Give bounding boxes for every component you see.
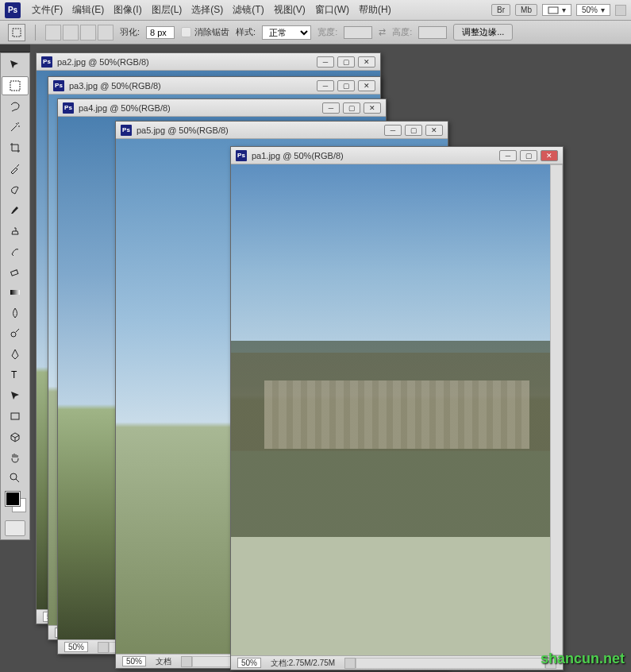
launch-bridge-button[interactable]: Br (491, 4, 510, 16)
crop-tool[interactable] (2, 138, 29, 157)
pen-tool[interactable] (2, 345, 29, 364)
close-button[interactable]: ✕ (358, 80, 375, 91)
expand-panels-button[interactable] (615, 5, 626, 16)
height-input (418, 26, 447, 39)
intersect-selection-button[interactable] (98, 25, 114, 41)
clone-stamp-tool[interactable] (2, 221, 29, 240)
menu-window[interactable]: 窗口(W) (310, 3, 354, 17)
width-input (344, 26, 372, 39)
svg-point-8 (10, 473, 17, 480)
menu-layer[interactable]: 图层(L) (147, 3, 187, 17)
canvas-zoom-field[interactable]: 50% (237, 658, 261, 668)
document-title-bar[interactable]: Ps pa4.jpg @ 50%(RGB/8) ─ ▢ ✕ (58, 99, 386, 117)
document-title: pa2.jpg @ 50%(RGB/8) (57, 57, 149, 67)
swap-wh-icon: ⇄ (379, 27, 386, 37)
close-button[interactable]: ✕ (541, 150, 558, 161)
menu-view[interactable]: 视图(V) (269, 3, 310, 17)
refine-edge-button[interactable]: 调整边缘... (453, 24, 513, 41)
minimize-button[interactable]: ─ (384, 125, 402, 136)
document-title-bar[interactable]: Ps pa2.jpg @ 50%(RGB/8) ─ ▢ ✕ (37, 53, 380, 71)
minimize-button[interactable]: ─ (499, 150, 517, 161)
menu-file[interactable]: 文件(F) (27, 3, 67, 17)
minimize-button[interactable]: ─ (322, 102, 340, 114)
blur-tool[interactable] (2, 303, 29, 322)
antialias-label: 消除锯齿 (194, 26, 229, 38)
zoom-level-dropdown[interactable]: 50%▾ (576, 4, 610, 16)
eraser-tool[interactable] (2, 262, 29, 281)
3d-tool[interactable] (2, 427, 29, 446)
height-label: 高度: (392, 26, 412, 38)
tool-preset-button[interactable] (8, 24, 25, 41)
document-title: pa3.jpg @ 50%(RGB/8) (69, 81, 161, 91)
maximize-button[interactable]: ▢ (337, 56, 355, 68)
v-scrollbar[interactable] (550, 164, 563, 655)
history-brush-tool[interactable] (2, 241, 29, 261)
scroll-left-button[interactable] (181, 656, 192, 667)
magic-wand-tool[interactable] (2, 118, 29, 137)
scroll-left-button[interactable] (98, 642, 109, 653)
rectangle-tool[interactable] (2, 407, 29, 426)
minimize-button[interactable]: ─ (317, 80, 334, 91)
foreground-color-swatch[interactable] (6, 492, 20, 506)
color-swatches[interactable] (4, 492, 26, 516)
menu-bar: Ps 文件(F) 编辑(E) 图像(I) 图层(L) 选择(S) 滤镜(T) 视… (0, 0, 631, 21)
scroll-left-button[interactable] (344, 658, 356, 669)
screen-mode-dropdown[interactable]: ▾ (542, 4, 571, 16)
brush-tool[interactable] (2, 200, 29, 219)
dodge-tool[interactable] (2, 324, 29, 343)
ps-icon: Ps (121, 125, 132, 136)
menu-edit[interactable]: 编辑(E) (67, 3, 109, 17)
healing-brush-tool[interactable] (2, 180, 29, 199)
document-title-bar[interactable]: Ps pa3.jpg @ 50%(RGB/8) ─ ▢ ✕ (48, 77, 380, 95)
eyedropper-tool[interactable] (2, 159, 29, 178)
close-button[interactable]: ✕ (364, 102, 381, 114)
document-canvas[interactable] (231, 164, 563, 655)
minimize-button[interactable]: ─ (317, 56, 334, 68)
svg-rect-7 (11, 413, 19, 419)
document-title-bar[interactable]: Ps pa5.jpg @ 50%(RGB/8) ─ ▢ ✕ (116, 122, 448, 139)
antialias-checkbox[interactable]: 消除锯齿 (181, 26, 229, 38)
document-title: pa5.jpg @ 50%(RGB/8) (137, 126, 229, 135)
marquee-tool[interactable] (2, 76, 29, 95)
svg-text:T: T (11, 369, 17, 380)
subtract-selection-button[interactable] (80, 25, 96, 41)
quick-mask-button[interactable] (5, 520, 25, 536)
h-scrollbar[interactable] (356, 658, 545, 669)
menu-select[interactable]: 选择(S) (187, 3, 228, 17)
ps-icon: Ps (63, 102, 74, 114)
close-button[interactable]: ✕ (425, 125, 443, 136)
svg-rect-0 (548, 7, 558, 14)
zoom-tool[interactable] (2, 469, 29, 488)
path-select-tool[interactable] (2, 386, 29, 405)
document-info: 文档 (156, 656, 171, 667)
menu-image[interactable]: 图像(I) (109, 3, 146, 17)
maximize-button[interactable]: ▢ (405, 125, 422, 136)
document-title: pa4.jpg @ 50%(RGB/8) (79, 103, 171, 113)
add-to-selection-button[interactable] (63, 25, 79, 41)
lasso-tool[interactable] (2, 97, 29, 116)
menu-help[interactable]: 帮助(H) (354, 3, 396, 17)
document-info: 文档:2.75M/2.75M (271, 658, 335, 669)
style-select[interactable]: 正常 (262, 25, 311, 40)
toolbar-grip[interactable] (0, 44, 30, 52)
app-logo: Ps (5, 2, 21, 18)
screen-mode-icon (548, 6, 559, 14)
document-title: pa1.jpg @ 50%(RGB/8) (252, 151, 344, 160)
hand-tool[interactable] (2, 448, 29, 467)
move-tool[interactable] (2, 56, 29, 75)
launch-minibridge-button[interactable]: Mb (515, 4, 537, 16)
maximize-button[interactable]: ▢ (337, 80, 355, 91)
type-tool[interactable]: T (2, 365, 29, 384)
canvas-zoom-field[interactable]: 50% (122, 656, 146, 666)
menu-filter[interactable]: 滤镜(T) (228, 3, 268, 17)
feather-input[interactable] (146, 26, 175, 39)
new-selection-button[interactable] (45, 25, 61, 41)
canvas-zoom-field[interactable]: 50% (64, 642, 88, 652)
document-title-bar[interactable]: Ps pa1.jpg @ 50%(RGB/8) ─ ▢ ✕ (231, 147, 563, 164)
image-content (231, 164, 563, 655)
maximize-button[interactable]: ▢ (520, 150, 537, 161)
gradient-tool[interactable] (2, 283, 29, 302)
document-window-pa1[interactable]: Ps pa1.jpg @ 50%(RGB/8) ─ ▢ ✕ 50% 文档:2.7… (230, 146, 564, 670)
close-button[interactable]: ✕ (358, 56, 375, 68)
maximize-button[interactable]: ▢ (343, 102, 360, 114)
